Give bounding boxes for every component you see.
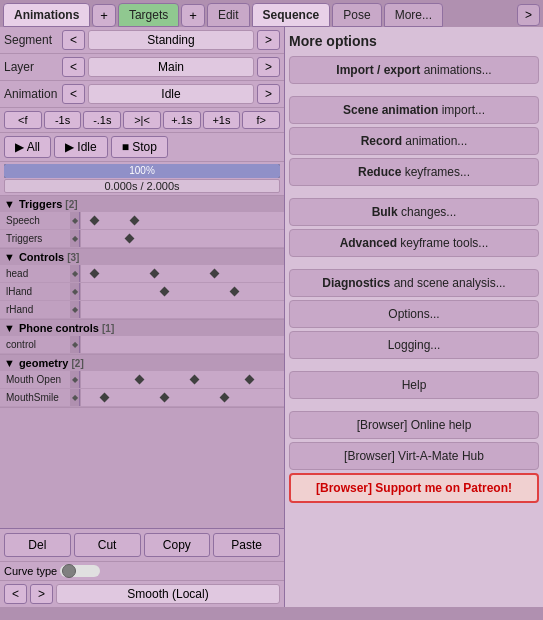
action-buttons: Del Cut Copy Paste: [0, 529, 284, 561]
timeline-row-track[interactable]: [80, 283, 284, 300]
curve-slider[interactable]: [60, 565, 100, 577]
frame-btn-plus1s[interactable]: +1s: [203, 111, 241, 129]
segment-next-btn[interactable]: >: [257, 30, 280, 50]
paste-btn[interactable]: Paste: [213, 533, 280, 557]
playback-controls: ▶ All ▶ Idle ■ Stop: [0, 133, 284, 162]
animation-next-btn[interactable]: >: [257, 84, 280, 104]
tab-targets[interactable]: Targets: [118, 3, 179, 27]
timeline-row-track[interactable]: [80, 265, 284, 282]
layer-value: Main: [88, 57, 254, 77]
layer-prev-btn[interactable]: <: [62, 57, 85, 77]
timeline-row-handle[interactable]: ◆: [70, 230, 80, 247]
timeline-row-track[interactable]: [80, 389, 284, 406]
timeline-group-triggers: ▼ Triggers [2]Speech◆Triggers◆: [0, 196, 284, 249]
reduce-btn[interactable]: Reduce keyframes...: [289, 158, 539, 186]
keyframe-diamond[interactable]: [150, 269, 160, 279]
options-btn[interactable]: Options...: [289, 300, 539, 328]
timeline-row-track[interactable]: [80, 212, 284, 229]
layer-next-btn[interactable]: >: [257, 57, 280, 77]
right-panel: More options Import / export animations.…: [285, 27, 543, 607]
frame-btn-forward-all[interactable]: f>: [242, 111, 280, 129]
tab-animations[interactable]: Animations: [3, 3, 90, 27]
keyframe-diamond[interactable]: [100, 393, 110, 403]
timeline-group-header[interactable]: ▼ Controls [3]: [0, 249, 284, 265]
timeline-row-label: rHand: [0, 304, 70, 315]
logging-btn[interactable]: Logging...: [289, 331, 539, 359]
play-idle-btn[interactable]: ▶ Idle: [54, 136, 108, 158]
keyframe-diamond[interactable]: [210, 269, 220, 279]
keyframe-diamond[interactable]: [90, 269, 100, 279]
animation-label: Animation: [4, 87, 59, 101]
help-btn[interactable]: Help: [289, 371, 539, 399]
stop-btn[interactable]: ■ Stop: [111, 136, 168, 158]
animation-prev-btn[interactable]: <: [62, 84, 85, 104]
bottom-controls: Del Cut Copy Paste Curve type < > Smooth…: [0, 528, 284, 607]
frame-btn-snap[interactable]: >|<: [123, 111, 161, 129]
frame-btn-minus1s[interactable]: -1s: [44, 111, 82, 129]
curve-prev-btn[interactable]: <: [4, 584, 27, 604]
timeline-row-track[interactable]: [80, 301, 284, 318]
keyframe-diamond[interactable]: [230, 287, 240, 297]
timeline-row-handle[interactable]: ◆: [70, 265, 80, 282]
browser-vam-btn[interactable]: [Browser] Virt-A-Mate Hub: [289, 442, 539, 470]
timeline-area[interactable]: ▼ Triggers [2]Speech◆Triggers◆▼ Controls…: [0, 196, 284, 528]
timeline-row-handle[interactable]: ◆: [70, 301, 80, 318]
timeline-row-handle[interactable]: ◆: [70, 283, 80, 300]
keyframe-diamond[interactable]: [90, 216, 100, 226]
timeline-row-track[interactable]: [80, 230, 284, 247]
keyframe-diamond[interactable]: [135, 375, 145, 385]
timeline-row: Speech◆: [0, 212, 284, 230]
timeline-row-label: Mouth Open: [0, 374, 70, 385]
keyframe-diamond[interactable]: [160, 393, 170, 403]
keyframe-diamond[interactable]: [160, 287, 170, 297]
keyframe-diamond[interactable]: [190, 375, 200, 385]
segment-value: Standing: [88, 30, 254, 50]
curve-type-label: Curve type: [4, 565, 57, 577]
timeline-row-handle[interactable]: ◆: [70, 371, 80, 388]
collapse-triangle: ▼: [4, 251, 15, 263]
timeline-row-handle[interactable]: ◆: [70, 212, 80, 229]
keyframe-diamond[interactable]: [130, 216, 140, 226]
import-export-btn[interactable]: Import / export animations...: [289, 56, 539, 84]
del-btn[interactable]: Del: [4, 533, 71, 557]
record-btn[interactable]: Record animation...: [289, 127, 539, 155]
keyframe-diamond[interactable]: [220, 393, 230, 403]
timeline-row: head◆: [0, 265, 284, 283]
progress-bar-container[interactable]: 100%: [4, 164, 280, 178]
tab-add-targets[interactable]: +: [181, 4, 205, 27]
keyframe-diamond[interactable]: [125, 234, 135, 244]
timeline-row: Triggers◆: [0, 230, 284, 248]
tab-more[interactable]: More...: [384, 3, 443, 27]
tab-add-animations[interactable]: +: [92, 4, 116, 27]
timeline-row-handle[interactable]: ◆: [70, 336, 80, 353]
timeline-row-label: MouthSmile: [0, 392, 70, 403]
timeline-group-header[interactable]: ▼ Phone controls [1]: [0, 320, 284, 336]
timeline-group-header[interactable]: ▼ Triggers [2]: [0, 196, 284, 212]
bulk-btn[interactable]: Bulk changes...: [289, 198, 539, 226]
left-panel: Segment < Standing > Layer < Main > Anim…: [0, 27, 285, 607]
tab-edit[interactable]: Edit: [207, 3, 250, 27]
tab-pose[interactable]: Pose: [332, 3, 381, 27]
diagnostics-btn[interactable]: Diagnostics and scene analysis...: [289, 269, 539, 297]
tab-next-arrow[interactable]: >: [517, 4, 540, 26]
scene-animation-btn[interactable]: Scene animation import...: [289, 96, 539, 124]
curve-next-btn[interactable]: >: [30, 584, 53, 604]
frame-btn-minus01s[interactable]: -.1s: [83, 111, 121, 129]
timeline-group-geometry: ▼ geometry [2]Mouth Open◆MouthSmile◆: [0, 355, 284, 408]
frame-btn-back-all[interactable]: <f: [4, 111, 42, 129]
keyframe-diamond[interactable]: [245, 375, 255, 385]
cut-btn[interactable]: Cut: [74, 533, 141, 557]
browser-patreon-btn[interactable]: [Browser] Support me on Patreon!: [289, 473, 539, 503]
timeline-row-track[interactable]: [80, 336, 284, 353]
copy-btn[interactable]: Copy: [144, 533, 211, 557]
progress-percent: 100%: [4, 165, 280, 176]
play-all-btn[interactable]: ▶ All: [4, 136, 51, 158]
frame-btn-plus01s[interactable]: +.1s: [163, 111, 201, 129]
timeline-group-header[interactable]: ▼ geometry [2]: [0, 355, 284, 371]
tab-sequence[interactable]: Sequence: [252, 3, 331, 27]
timeline-row-track[interactable]: [80, 371, 284, 388]
browser-online-btn[interactable]: [Browser] Online help: [289, 411, 539, 439]
timeline-row-handle[interactable]: ◆: [70, 389, 80, 406]
advanced-btn[interactable]: Advanced keyframe tools...: [289, 229, 539, 257]
segment-prev-btn[interactable]: <: [62, 30, 85, 50]
